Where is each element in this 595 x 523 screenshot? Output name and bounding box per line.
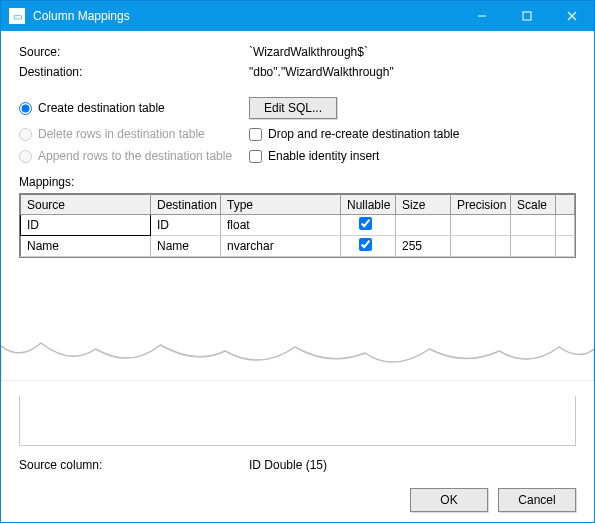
cell-scale[interactable] [511, 236, 556, 257]
source-value: `WizardWalkthrough$` [249, 45, 576, 59]
minimize-button[interactable] [459, 1, 504, 31]
cell-nullable[interactable] [341, 236, 396, 257]
dialog-column-mappings: ▭ Column Mappings Source: `WizardWalkthr… [0, 0, 595, 523]
col-header-type[interactable]: Type [221, 195, 341, 215]
cell-scale[interactable] [511, 215, 556, 236]
check-drop-recreate[interactable] [249, 128, 262, 141]
cell-source[interactable]: ID [21, 215, 151, 236]
cell-precision[interactable] [451, 236, 511, 257]
col-header-size[interactable]: Size [396, 195, 451, 215]
source-column-label: Source column: [19, 458, 249, 472]
radio-append-rows [19, 150, 32, 163]
grid-lower-frame [19, 396, 576, 446]
radio-delete-label: Delete rows in destination table [38, 127, 205, 141]
cell-nullable[interactable] [341, 215, 396, 236]
cell-size[interactable]: 255 [396, 236, 451, 257]
col-header-precision[interactable]: Precision [451, 195, 511, 215]
destination-label: Destination: [19, 65, 249, 79]
cell-size[interactable] [396, 215, 451, 236]
cell-pad [556, 215, 575, 236]
cell-precision[interactable] [451, 215, 511, 236]
window-title: Column Mappings [33, 9, 459, 23]
cell-pad [556, 236, 575, 257]
maximize-icon [522, 11, 532, 21]
mappings-label: Mappings: [19, 175, 576, 189]
cell-destination[interactable]: Name [151, 236, 221, 257]
destination-value: "dbo"."WizardWalkthrough" [249, 65, 576, 79]
radio-create-label[interactable]: Create destination table [38, 101, 165, 115]
radio-create-table[interactable] [19, 102, 32, 115]
col-header-destination[interactable]: Destination [151, 195, 221, 215]
grid-header-row: Source Destination Type Nullable Size Pr… [21, 195, 575, 215]
maximize-button[interactable] [504, 1, 549, 31]
mappings-grid[interactable]: Source Destination Type Nullable Size Pr… [19, 193, 576, 258]
check-identity-insert[interactable] [249, 150, 262, 163]
cell-type[interactable]: float [221, 215, 341, 236]
cell-source[interactable]: Name [21, 236, 151, 257]
source-column-value: ID Double (15) [249, 458, 327, 472]
table-row[interactable]: ID ID float [21, 215, 575, 236]
col-header-nullable[interactable]: Nullable [341, 195, 396, 215]
svg-rect-1 [523, 12, 531, 20]
col-header-source[interactable]: Source [21, 195, 151, 215]
col-header-scale[interactable]: Scale [511, 195, 556, 215]
nullable-checkbox[interactable] [359, 238, 372, 251]
app-icon: ▭ [9, 8, 25, 24]
minimize-icon [477, 11, 487, 21]
cell-type[interactable]: nvarchar [221, 236, 341, 257]
ok-button[interactable]: OK [410, 488, 488, 512]
radio-append-label: Append rows to the destination table [38, 149, 232, 163]
check-drop-label[interactable]: Drop and re-create destination table [268, 127, 459, 141]
nullable-checkbox[interactable] [359, 217, 372, 230]
close-icon [567, 11, 577, 21]
titlebar: ▭ Column Mappings [1, 1, 594, 31]
radio-delete-rows [19, 128, 32, 141]
edit-sql-button[interactable]: Edit SQL... [249, 97, 337, 119]
check-identity-label[interactable]: Enable identity insert [268, 149, 379, 163]
torn-edge-decoration [1, 331, 594, 381]
cancel-button[interactable]: Cancel [498, 488, 576, 512]
col-header-pad [556, 195, 575, 215]
cell-destination[interactable]: ID [151, 215, 221, 236]
source-label: Source: [19, 45, 249, 59]
table-row[interactable]: Name Name nvarchar 255 [21, 236, 575, 257]
close-button[interactable] [549, 1, 594, 31]
